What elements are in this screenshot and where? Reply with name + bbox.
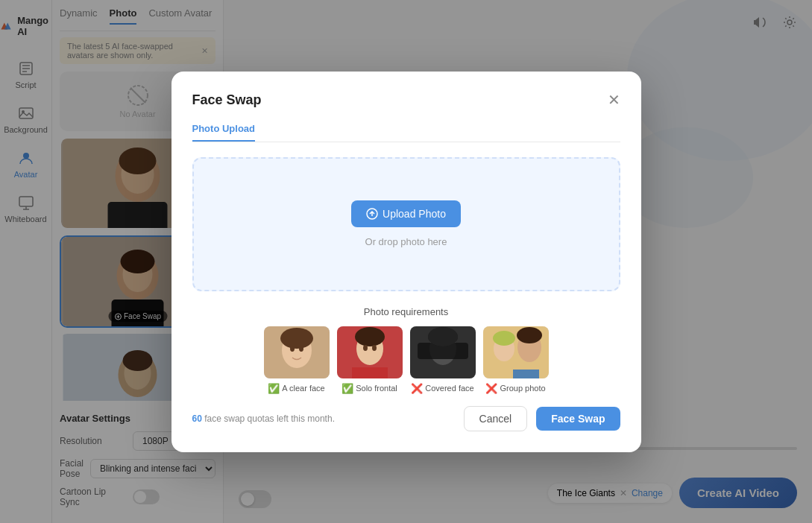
req-ok-icon-1: ✅	[268, 383, 280, 394]
modal-tab-photo-upload[interactable]: Photo Upload	[192, 123, 256, 142]
req-photo-clear-face	[264, 326, 330, 378]
svg-point-48	[428, 327, 458, 346]
upload-photo-button[interactable]: Upload Photo	[351, 200, 461, 227]
req-item-group-photo: ❌ Group photo	[483, 326, 549, 394]
modal-overlay: Face Swap ✕ Photo Upload Upload Photo Or…	[0, 0, 812, 523]
req-label-solo-frontal: ✅ Solo frontal	[342, 383, 397, 394]
modal-header: Face Swap ✕	[192, 92, 620, 108]
face-swap-modal: Face Swap ✕ Photo Upload Upload Photo Or…	[171, 72, 641, 452]
modal-close-button[interactable]: ✕	[608, 92, 620, 107]
req-item-covered-face: ❌ Covered face	[410, 326, 476, 394]
req-text-solo-frontal: Solo frontal	[356, 384, 397, 393]
upload-area[interactable]: Upload Photo Or drop photo here	[192, 157, 620, 291]
req-no-icon-3: ❌	[411, 383, 423, 394]
req-label-clear-face: ✅ A clear face	[268, 383, 324, 394]
upload-hint: Or drop photo here	[365, 236, 447, 247]
upload-icon	[366, 208, 378, 220]
req-label-group-photo: ❌ Group photo	[485, 383, 545, 394]
req-label-covered-face: ❌ Covered face	[411, 383, 473, 394]
faceswap-button[interactable]: Face Swap	[536, 407, 620, 431]
svg-point-42	[363, 345, 368, 351]
requirements-title: Photo requirements	[192, 306, 620, 317]
req-item-solo-frontal: ✅ Solo frontal	[337, 326, 403, 394]
quota-count: 60	[192, 413, 202, 424]
req-no-icon-4: ❌	[485, 383, 497, 394]
requirements-section: Photo requirements	[192, 306, 620, 394]
modal-footer: 60 face swap quotas left this month. Can…	[192, 406, 620, 431]
svg-point-53	[517, 327, 542, 343]
svg-point-35	[280, 328, 313, 349]
req-photo-solo-frontal	[337, 326, 403, 378]
svg-rect-54	[513, 370, 539, 378]
cancel-button[interactable]: Cancel	[464, 406, 528, 431]
svg-point-37	[299, 346, 303, 352]
quota-text: 60 face swap quotas left this month.	[192, 413, 455, 424]
svg-point-40	[355, 327, 385, 346]
requirements-grid: ✅ A clear face	[192, 326, 620, 394]
svg-point-51	[493, 331, 515, 346]
req-item-clear-face: ✅ A clear face	[264, 326, 330, 394]
req-photo-covered-face	[410, 326, 476, 378]
req-photo-visual-4	[483, 326, 549, 378]
svg-point-36	[290, 346, 295, 352]
svg-point-43	[372, 345, 377, 351]
modal-tabs: Photo Upload	[192, 123, 620, 142]
upload-btn-label: Upload Photo	[383, 208, 446, 220]
req-photo-visual-2	[337, 326, 403, 378]
svg-rect-41	[352, 367, 388, 378]
req-text-covered-face: Covered face	[425, 384, 473, 393]
req-photo-group-photo	[483, 326, 549, 378]
req-ok-icon-2: ✅	[342, 383, 353, 394]
req-text-group-photo: Group photo	[500, 384, 545, 393]
app-container: Mango AI Script Background Avatar	[0, 0, 812, 523]
req-text-clear-face: A clear face	[282, 384, 324, 393]
req-photo-visual-1	[264, 326, 330, 378]
modal-title: Face Swap	[192, 92, 262, 108]
req-photo-visual-3	[410, 326, 476, 378]
quota-suffix: face swap quotas left this month.	[204, 413, 335, 424]
